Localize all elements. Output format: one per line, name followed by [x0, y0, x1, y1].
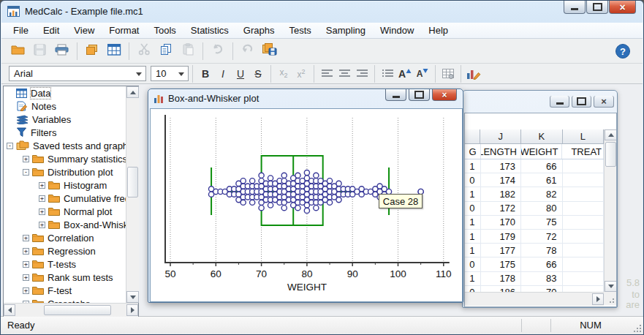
scrollbar-thumb[interactable]: [44, 305, 111, 315]
data-cell[interactable]: 0: [465, 173, 481, 187]
close-button[interactable]: ×: [594, 96, 614, 108]
data-cell[interactable]: 1: [465, 187, 481, 200]
data-cell[interactable]: 1: [465, 272, 481, 285]
resize-grip[interactable]: [604, 292, 616, 305]
edit-chart-button[interactable]: [465, 66, 482, 82]
data-cell[interactable]: 178: [481, 272, 522, 285]
maximize-button[interactable]: [572, 96, 591, 108]
bold-button[interactable]: B: [197, 66, 214, 82]
copy-button[interactable]: [155, 41, 177, 61]
data-cell[interactable]: 170: [481, 216, 522, 229]
menu-help[interactable]: Help: [421, 23, 455, 37]
sidebar-item-variables[interactable]: Variables: [4, 113, 126, 126]
expand-icon[interactable]: +: [39, 182, 45, 189]
data-cell[interactable]: 174: [481, 173, 522, 187]
save-button[interactable]: [29, 41, 51, 61]
data-cell[interactable]: [563, 202, 604, 215]
data-cell[interactable]: 1: [465, 230, 481, 243]
data-grid-button[interactable]: [103, 41, 125, 61]
maximize-button[interactable]: [409, 89, 430, 101]
sidebar-item-t-tests[interactable]: +T-tests: [4, 257, 126, 271]
box-whisker-plot-window[interactable]: Box-and-Whisker plot × 5060708090100110W…: [148, 89, 463, 303]
spreadsheet-grid[interactable]: JKLGLENGTHWEIGHTTREAT1173660174611182820…: [465, 129, 604, 300]
spreadsheet-window[interactable]: × JKLGLENGTHWEIGHTTREAT11736601746111828…: [462, 90, 618, 308]
data-cell[interactable]: 66: [521, 257, 562, 271]
plot-window-title-bar[interactable]: Box-and-Whisker plot: [154, 93, 259, 104]
expand-icon[interactable]: +: [23, 156, 29, 162]
sidebar-item-crosstabs[interactable]: +Crosstabs: [4, 297, 126, 303]
open-folder-button[interactable]: [7, 41, 29, 61]
align-right-button[interactable]: [353, 66, 371, 82]
column-header-partial[interactable]: [465, 129, 480, 144]
menu-graphs[interactable]: Graphs: [236, 23, 282, 37]
menu-tests[interactable]: Tests: [282, 23, 319, 37]
sidebar-item-regression[interactable]: +Regression: [4, 244, 126, 257]
decrease-font-button[interactable]: A: [414, 66, 431, 82]
expand-icon[interactable]: +: [39, 195, 45, 202]
data-cell[interactable]: 66: [521, 159, 562, 173]
variable-name-cell[interactable]: G: [465, 144, 481, 159]
data-cell[interactable]: 177: [481, 244, 522, 257]
menu-file[interactable]: File: [6, 23, 36, 37]
data-cell[interactable]: 0: [465, 257, 481, 271]
collapse-icon[interactable]: -: [23, 169, 29, 176]
strike-button[interactable]: S: [249, 66, 267, 82]
sidebar-item-distribution-plot[interactable]: -Distribution plot: [4, 165, 126, 178]
tree-vertical-scrollbar[interactable]: [126, 86, 139, 303]
sidebar-item-f-test[interactable]: +F-test: [4, 284, 126, 297]
sheet-horizontal-scrollbar[interactable]: [465, 292, 604, 306]
sidebar-item-normal-plot[interactable]: +Normal plot: [4, 205, 126, 218]
data-cell[interactable]: 80: [521, 202, 562, 215]
sidebar-item-rank-sum-tests[interactable]: +Rank sum tests: [4, 271, 126, 284]
undo-button[interactable]: [207, 41, 229, 61]
font-size-select[interactable]: 10: [151, 66, 189, 81]
data-cell[interactable]: 75: [521, 216, 562, 229]
print-button[interactable]: [51, 41, 73, 61]
sidebar-item-saved-tests-and-graphs[interactable]: -Saved tests and graphs: [4, 139, 126, 152]
increase-font-button[interactable]: A: [396, 66, 414, 82]
expand-icon[interactable]: +: [39, 222, 45, 228]
expand-icon[interactable]: +: [23, 287, 29, 294]
superscript-button[interactable]: x2: [292, 66, 310, 82]
align-center-button[interactable]: [336, 66, 353, 82]
data-cell[interactable]: 78: [521, 244, 562, 257]
align-left-button[interactable]: [318, 66, 336, 82]
variable-name-cell[interactable]: WEIGHT: [521, 144, 562, 159]
data-cell[interactable]: 61: [521, 173, 562, 187]
menu-edit[interactable]: Edit: [36, 23, 67, 37]
menu-window[interactable]: Window: [373, 23, 421, 37]
scrollbar-thumb[interactable]: [127, 167, 138, 197]
menu-sampling[interactable]: Sampling: [319, 23, 373, 37]
data-cell[interactable]: 175: [481, 257, 522, 271]
data-cell[interactable]: 172: [481, 202, 522, 215]
title-bar[interactable]: MedCalc - Example file.mc1 ×: [1, 1, 643, 23]
expand-icon[interactable]: +: [39, 208, 45, 215]
expand-icon[interactable]: +: [23, 274, 29, 281]
data-cell[interactable]: 72: [521, 230, 562, 243]
data-cell[interactable]: [563, 257, 604, 271]
expand-icon[interactable]: +: [23, 248, 29, 255]
sheet-vertical-scrollbar[interactable]: [604, 129, 617, 292]
data-cell[interactable]: [563, 230, 604, 243]
data-cell[interactable]: 173: [481, 159, 522, 173]
table-properties-button[interactable]: [439, 66, 457, 82]
menu-view[interactable]: View: [67, 23, 102, 37]
data-cell[interactable]: 0: [465, 202, 481, 215]
minimize-button[interactable]: [385, 89, 406, 101]
help-button[interactable]: ?: [612, 41, 634, 61]
column-header-K[interactable]: K: [521, 129, 563, 144]
underline-button[interactable]: U: [232, 66, 249, 82]
data-cell[interactable]: 1: [465, 244, 481, 257]
subscript-button[interactable]: x2: [275, 66, 292, 82]
menu-statistics[interactable]: Statistics: [183, 23, 236, 37]
minimize-button[interactable]: [550, 96, 569, 108]
data-cell[interactable]: [563, 173, 604, 187]
data-cell[interactable]: [563, 187, 604, 200]
data-cell[interactable]: 82: [521, 187, 562, 200]
save-all-button[interactable]: [259, 41, 281, 61]
menu-tools[interactable]: Tools: [146, 23, 183, 37]
expand-icon[interactable]: +: [23, 261, 29, 268]
menu-format[interactable]: Format: [102, 23, 146, 37]
data-cell[interactable]: [563, 244, 604, 257]
redo-button[interactable]: [237, 41, 259, 61]
